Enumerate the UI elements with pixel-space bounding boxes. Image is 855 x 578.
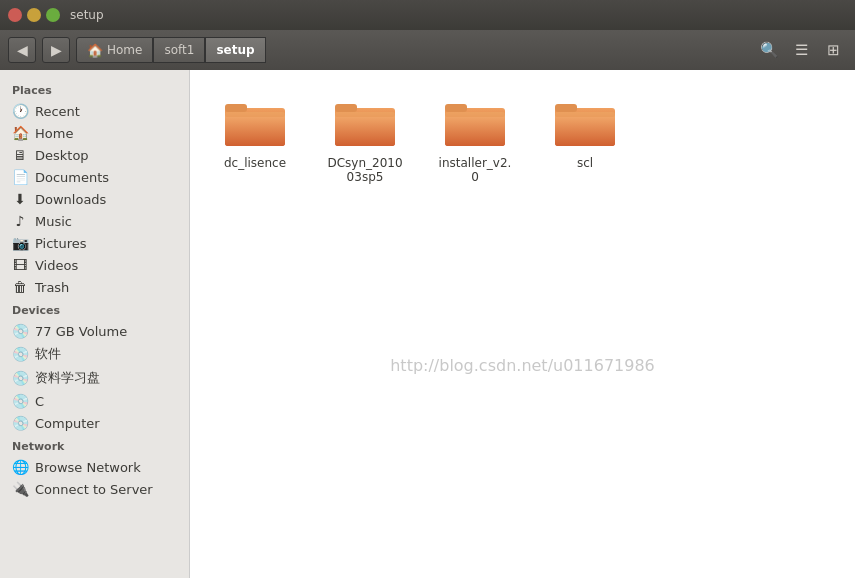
devices-header: Devices bbox=[0, 298, 189, 320]
search-button[interactable]: 🔍 bbox=[755, 37, 783, 63]
svg-rect-11 bbox=[445, 112, 505, 117]
places-header: Places bbox=[0, 78, 189, 100]
sidebar-item-c-label: C bbox=[35, 394, 44, 409]
breadcrumb-soft1-label: soft1 bbox=[164, 43, 194, 57]
folder-icon-dc-lisence bbox=[223, 96, 287, 150]
window-controls bbox=[8, 8, 60, 22]
list-view-icon: ☰ bbox=[795, 41, 808, 59]
sidebar-item-soft-label: 软件 bbox=[35, 345, 61, 363]
home-sidebar-icon: 🏠 bbox=[12, 125, 28, 141]
sidebar-item-videos-label: Videos bbox=[35, 258, 78, 273]
sidebar-item-77gb[interactable]: 💿 77 GB Volume bbox=[0, 320, 189, 342]
svg-rect-1 bbox=[225, 104, 247, 112]
file-label-installer: installer_v2.0 bbox=[436, 156, 514, 184]
search-icon: 🔍 bbox=[760, 41, 779, 59]
toolbar-right: 🔍 ☰ ⊞ bbox=[755, 37, 847, 63]
sidebar-item-computer[interactable]: 💿 Computer bbox=[0, 412, 189, 434]
volume-icon: 💿 bbox=[12, 323, 28, 339]
sidebar: Places 🕐 Recent 🏠 Home 🖥 Desktop 📄 Docum… bbox=[0, 70, 190, 578]
folder-icon-installer bbox=[443, 96, 507, 150]
window-title: setup bbox=[70, 8, 104, 22]
home-icon: 🏠 bbox=[87, 43, 103, 58]
breadcrumb-home[interactable]: 🏠 Home bbox=[76, 37, 153, 63]
sidebar-item-browse-network[interactable]: 🌐 Browse Network bbox=[0, 456, 189, 478]
grid-view-button[interactable]: ⊞ bbox=[819, 37, 847, 63]
file-item-installer[interactable]: installer_v2.0 bbox=[430, 90, 520, 190]
sidebar-item-music-label: Music bbox=[35, 214, 72, 229]
breadcrumb-bar: 🏠 Home soft1 setup bbox=[76, 37, 749, 63]
toolbar: ◀ ▶ 🏠 Home soft1 setup 🔍 ☰ ⊞ bbox=[0, 30, 855, 70]
file-label-dcsyn: DCsyn_201003sp5 bbox=[326, 156, 404, 184]
sidebar-item-c[interactable]: 💿 C bbox=[0, 390, 189, 412]
main-layout: Places 🕐 Recent 🏠 Home 🖥 Desktop 📄 Docum… bbox=[0, 70, 855, 578]
sidebar-item-music[interactable]: ♪ Music bbox=[0, 210, 189, 232]
desktop-icon: 🖥 bbox=[12, 147, 28, 163]
trash-icon: 🗑 bbox=[12, 279, 28, 295]
file-item-scl[interactable]: scl bbox=[540, 90, 630, 190]
svg-rect-2 bbox=[225, 112, 285, 146]
maximize-button[interactable] bbox=[46, 8, 60, 22]
svg-rect-14 bbox=[555, 112, 615, 146]
breadcrumb-setup-label: setup bbox=[216, 43, 254, 57]
breadcrumb-soft1[interactable]: soft1 bbox=[153, 37, 205, 63]
videos-icon: 🎞 bbox=[12, 257, 28, 273]
sidebar-item-home[interactable]: 🏠 Home bbox=[0, 122, 189, 144]
back-button[interactable]: ◀ bbox=[8, 37, 36, 63]
sidebar-item-downloads-label: Downloads bbox=[35, 192, 106, 207]
network-header: Network bbox=[0, 434, 189, 456]
sidebar-item-soft[interactable]: 💿 软件 bbox=[0, 342, 189, 366]
svg-rect-5 bbox=[335, 104, 357, 112]
svg-rect-7 bbox=[335, 112, 395, 117]
sidebar-item-documents[interactable]: 📄 Documents bbox=[0, 166, 189, 188]
file-label-scl: scl bbox=[577, 156, 593, 170]
list-view-button[interactable]: ☰ bbox=[787, 37, 815, 63]
sidebar-item-desktop-label: Desktop bbox=[35, 148, 89, 163]
soft-icon: 💿 bbox=[12, 346, 28, 362]
file-item-dc-lisence[interactable]: dc_lisence bbox=[210, 90, 300, 190]
sidebar-item-77gb-label: 77 GB Volume bbox=[35, 324, 127, 339]
downloads-icon: ⬇ bbox=[12, 191, 28, 207]
sidebar-item-recent[interactable]: 🕐 Recent bbox=[0, 100, 189, 122]
svg-rect-15 bbox=[555, 112, 615, 117]
sidebar-item-trash-label: Trash bbox=[35, 280, 69, 295]
c-icon: 💿 bbox=[12, 393, 28, 409]
sidebar-item-pictures[interactable]: 📷 Pictures bbox=[0, 232, 189, 254]
pictures-icon: 📷 bbox=[12, 235, 28, 251]
sidebar-item-trash[interactable]: 🗑 Trash bbox=[0, 276, 189, 298]
breadcrumb-setup[interactable]: setup bbox=[205, 37, 265, 63]
sidebar-item-documents-label: Documents bbox=[35, 170, 109, 185]
svg-rect-6 bbox=[335, 112, 395, 146]
sidebar-item-pictures-label: Pictures bbox=[35, 236, 86, 251]
documents-icon: 📄 bbox=[12, 169, 28, 185]
file-grid: dc_lisence DCsyn_201003sp5 bbox=[210, 90, 835, 190]
sidebar-item-connect-server[interactable]: 🔌 Connect to Server bbox=[0, 478, 189, 500]
breadcrumb-home-label: Home bbox=[107, 43, 142, 57]
recent-icon: 🕐 bbox=[12, 103, 28, 119]
file-area: dc_lisence DCsyn_201003sp5 bbox=[190, 70, 855, 578]
sidebar-item-connect-server-label: Connect to Server bbox=[35, 482, 153, 497]
file-label-dc-lisence: dc_lisence bbox=[224, 156, 286, 170]
sidebar-item-videos[interactable]: 🎞 Videos bbox=[0, 254, 189, 276]
sidebar-item-downloads[interactable]: ⬇ Downloads bbox=[0, 188, 189, 210]
browse-network-icon: 🌐 bbox=[12, 459, 28, 475]
folder-icon-scl bbox=[553, 96, 617, 150]
study-icon: 💿 bbox=[12, 370, 28, 386]
close-button[interactable] bbox=[8, 8, 22, 22]
folder-icon-dcsyn bbox=[333, 96, 397, 150]
svg-rect-3 bbox=[225, 112, 285, 117]
sidebar-item-desktop[interactable]: 🖥 Desktop bbox=[0, 144, 189, 166]
svg-rect-10 bbox=[445, 112, 505, 146]
svg-rect-13 bbox=[555, 104, 577, 112]
sidebar-item-home-label: Home bbox=[35, 126, 73, 141]
sidebar-item-study[interactable]: 💿 资料学习盘 bbox=[0, 366, 189, 390]
forward-button[interactable]: ▶ bbox=[42, 37, 70, 63]
file-item-dcsyn[interactable]: DCsyn_201003sp5 bbox=[320, 90, 410, 190]
sidebar-item-computer-label: Computer bbox=[35, 416, 100, 431]
sidebar-item-study-label: 资料学习盘 bbox=[35, 369, 100, 387]
svg-rect-9 bbox=[445, 104, 467, 112]
minimize-button[interactable] bbox=[27, 8, 41, 22]
computer-icon: 💿 bbox=[12, 415, 28, 431]
watermark: http://blog.csdn.net/u011671986 bbox=[390, 356, 655, 375]
grid-view-icon: ⊞ bbox=[827, 41, 840, 59]
titlebar: setup bbox=[0, 0, 855, 30]
